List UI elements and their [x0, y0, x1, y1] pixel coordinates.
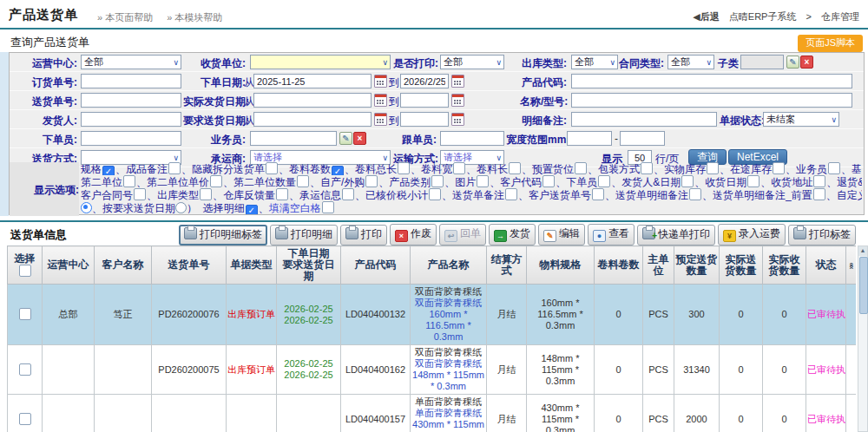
toolbar-button-回单[interactable]: ↩回单: [439, 224, 486, 245]
option-checkbox-成品备注[interactable]: [168, 162, 181, 174]
option-checkbox-包装方式[interactable]: [641, 162, 653, 174]
actual-ship-to-input[interactable]: [400, 93, 449, 108]
order-date-from-input[interactable]: [253, 74, 372, 88]
toolbar-button-打印[interactable]: 打印: [340, 225, 387, 245]
option-checkbox-收货地址[interactable]: [813, 175, 825, 187]
option-checkbox-第二单位单价[interactable]: [210, 175, 222, 187]
option-checkbox-客户合同号[interactable]: [134, 188, 146, 200]
option-checkbox-在途库存[interactable]: [773, 162, 785, 174]
toolbar-button-作废[interactable]: ×作废: [390, 224, 437, 245]
select-detail-checkbox[interactable]: ✓: [246, 205, 258, 214]
picker-icon[interactable]: ✎: [339, 132, 352, 145]
option-checkbox-已核价税小计[interactable]: [429, 188, 441, 200]
option-checkbox-下单员[interactable]: [598, 175, 610, 187]
option-checkbox-隐藏拆分送货单[interactable]: [266, 162, 278, 174]
option-checkbox-收货日期[interactable]: [747, 175, 760, 187]
salesman-input[interactable]: [250, 131, 337, 146]
outbound-type-select[interactable]: 全部∨: [571, 55, 618, 69]
option-checkbox-客户送货单号[interactable]: [592, 188, 604, 200]
page-js-script-button[interactable]: 页面JS脚本: [798, 35, 863, 52]
calendar-icon[interactable]: [374, 113, 387, 126]
clear-icon[interactable]: ×: [800, 56, 813, 69]
option-checkbox-卷料长[interactable]: [509, 162, 521, 174]
option-checkbox-仓库反馈量[interactable]: [276, 188, 288, 200]
toolbar-button-快递单打印[interactable]: 快递单打印: [637, 225, 715, 245]
doc-status-select[interactable]: 未结案∨: [763, 112, 839, 127]
order-date-to-input[interactable]: [400, 74, 449, 88]
toolbar-button-编辑[interactable]: ✎编辑: [538, 224, 585, 245]
row-checkbox[interactable]: [19, 413, 31, 425]
toolbar-button-打印标签[interactable]: 打印标签: [788, 225, 856, 245]
option-checkbox-卷料宽[interactable]: [453, 162, 465, 174]
product-code-input[interactable]: [571, 74, 852, 88]
operation-center-select[interactable]: 全部∨: [81, 55, 181, 69]
calendar-icon[interactable]: [451, 113, 464, 126]
product-link[interactable]: 双面背胶青稞纸160mm * 116.5mm * 0.3mm: [411, 298, 485, 343]
required-date-from-input[interactable]: [253, 112, 372, 127]
table-scrollbar[interactable]: ▲: [858, 245, 868, 432]
option-checkbox-卷料卷数[interactable]: ✓: [332, 166, 344, 175]
table-row[interactable]: PD260200075出库预订单2026-02-252026-02-25LD04…: [8, 345, 857, 395]
required-date-to-input[interactable]: [400, 112, 449, 127]
actual-ship-from-input[interactable]: [253, 93, 372, 108]
option-checkbox-送货单明细备注_前置[interactable]: [813, 188, 825, 200]
sort-by-order-date-radio[interactable]: [81, 202, 92, 213]
option-checkbox-产品类别[interactable]: [431, 175, 444, 187]
row-checkbox[interactable]: [19, 363, 31, 376]
sort-by-required-date-radio[interactable]: [175, 202, 187, 213]
row-checkbox[interactable]: [19, 308, 31, 320]
option-checkbox-出库类型[interactable]: [200, 188, 212, 200]
option-checkbox-客户代码[interactable]: [542, 175, 555, 187]
fill-blank-link[interactable]: 填满空白格: [269, 202, 321, 214]
option-checkbox-承运信息[interactable]: [342, 188, 354, 200]
detail-remark-input[interactable]: [571, 112, 717, 127]
delivery-no-input[interactable]: [81, 93, 181, 108]
module-help-link[interactable]: » 本模块帮助: [167, 12, 222, 23]
contract-type-select[interactable]: 全部∨: [667, 55, 714, 69]
option-checkbox-图片[interactable]: [477, 175, 489, 187]
toolbar-button-录入运费[interactable]: ¥录入运费: [718, 224, 786, 245]
receiving-unit-select[interactable]: ∨: [250, 55, 391, 69]
option-checkbox-自产/外购[interactable]: [365, 175, 378, 187]
page-help-link[interactable]: » 本页面帮助: [97, 12, 153, 23]
width-max-input[interactable]: [620, 131, 665, 146]
calendar-icon[interactable]: [374, 75, 387, 88]
option-checkbox-业务员[interactable]: [828, 162, 840, 174]
option-checkbox-预置货位[interactable]: [575, 162, 587, 174]
is-printed-select[interactable]: 全部∨: [440, 55, 504, 69]
picker-icon[interactable]: ✎: [786, 56, 799, 69]
select-all-checkbox[interactable]: [19, 265, 31, 277]
option-checkbox-第二单位数量[interactable]: [297, 175, 309, 187]
toolbar-button-查看[interactable]: ●查看: [588, 224, 635, 245]
scroll-up-icon[interactable]: ▲: [858, 246, 867, 256]
table-row[interactable]: LD040400157单面背胶青稞纸单面背胶青稞纸430mm * 115mm *…: [8, 395, 857, 432]
option-checkbox-第二单位[interactable]: [123, 175, 135, 187]
breadcrumb-module[interactable]: 仓库管理: [821, 11, 859, 22]
width-min-input[interactable]: [567, 131, 612, 146]
back-link[interactable]: ◀后退: [693, 11, 719, 22]
product-link[interactable]: 单面背胶青稞纸430mm * 115mm * 0.3mm: [411, 408, 485, 432]
order-no-input[interactable]: [81, 74, 181, 88]
option-checkbox-规格[interactable]: ✓: [102, 166, 115, 175]
option-checkbox-送货单备注[interactable]: [505, 188, 517, 200]
order-clerk-input[interactable]: [81, 131, 181, 146]
option-checkbox-送货单明细备注[interactable]: [689, 188, 701, 200]
follow-clerk-input[interactable]: [440, 131, 504, 146]
option-checkbox-卷料总长[interactable]: [398, 162, 410, 174]
calendar-icon[interactable]: [451, 94, 464, 107]
calendar-icon[interactable]: [451, 75, 464, 88]
toolbar-button-打印明细标签[interactable]: 打印明细标签: [179, 225, 267, 245]
scrollbar-thumb[interactable]: [859, 257, 868, 314]
table-row[interactable]: 总部笃正PD260200076出库预订单2026-02-252026-02-25…: [8, 285, 857, 345]
calendar-icon[interactable]: [374, 94, 387, 107]
option-checkbox-发货人&日期[interactable]: [681, 175, 694, 187]
subclass-field[interactable]: [740, 55, 784, 69]
option-checkbox-实物库存[interactable]: [707, 162, 719, 174]
fill-blank-checkbox[interactable]: [322, 201, 334, 213]
shipper-input[interactable]: [81, 112, 181, 127]
toolbar-button-发货[interactable]: →发货: [489, 224, 536, 245]
collapse-columns-icon[interactable]: ««: [845, 261, 856, 269]
clear-icon[interactable]: ×: [353, 132, 366, 145]
breadcrumb-system[interactable]: 点晴ERP子系统: [729, 11, 797, 22]
product-link[interactable]: 双面背胶青稞纸148mm * 115mm * 0.3mm: [411, 358, 485, 392]
